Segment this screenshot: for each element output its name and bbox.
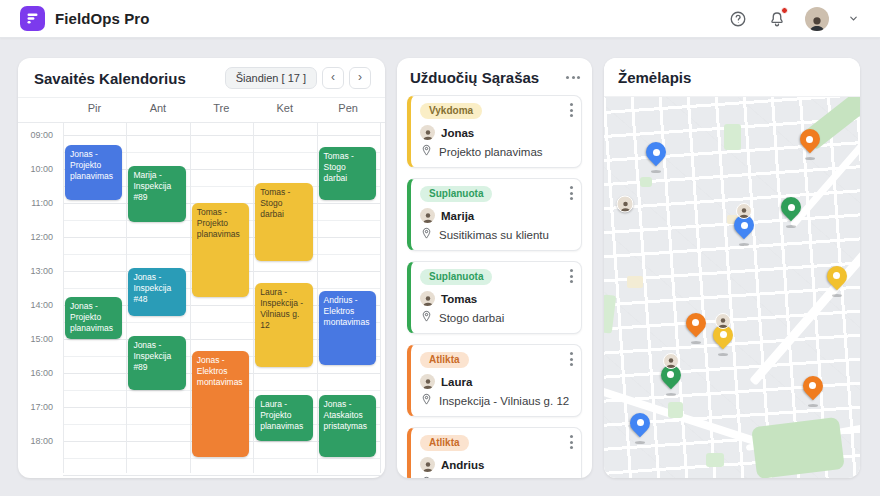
grid-line (253, 123, 254, 473)
status-badge: Suplanuota (420, 269, 492, 285)
time-label: 09:00 (18, 130, 63, 140)
park-area (751, 417, 845, 478)
map-pin-green[interactable] (660, 365, 682, 395)
time-label: 15:00 (18, 334, 63, 344)
map-pin-yellow[interactable] (826, 266, 848, 296)
task-location-row: Elektros montavimas (420, 476, 573, 478)
kebab-menu-icon[interactable] (570, 352, 573, 366)
user-avatar[interactable] (805, 7, 829, 31)
task-assignee-row: Tomas (420, 291, 573, 306)
task-assignee: Jonas (441, 127, 474, 139)
map-pin-green[interactable] (780, 197, 802, 227)
map-panel: Žemėlapis (604, 58, 860, 478)
calendar-event[interactable]: Marija - Inspekcija #89 (128, 166, 185, 223)
map-pin-blue[interactable] (733, 215, 755, 245)
today-button[interactable]: Šiandien [ 17 ] (225, 67, 317, 89)
task-location: Elektros montavimas (439, 478, 546, 479)
day-header-ant: Ant (126, 102, 189, 114)
time-label: 18:00 (18, 436, 63, 446)
task-card[interactable]: SuplanuotaMarijaSusitikimas su klientu (407, 178, 582, 251)
grid-line (63, 135, 380, 136)
task-location: Susitikimas su klientu (439, 229, 549, 241)
day-header-ket: Ket (253, 102, 316, 114)
task-location-row: Susitikimas su klientu (420, 227, 573, 242)
chevron-down-icon[interactable] (846, 8, 860, 30)
task-assignee: Andrius (441, 459, 484, 471)
calendar-event[interactable]: Tomas - Projekto planavimas (192, 203, 249, 297)
tasks-menu-icon[interactable] (566, 76, 580, 79)
task-card[interactable]: SuplanuotaTomasStogo darbai (407, 261, 582, 334)
calendar-event[interactable]: Jonas - Inspekcija #48 (128, 268, 185, 316)
time-label: 14:00 (18, 300, 63, 310)
sand-area (627, 276, 643, 288)
grid-line (63, 458, 380, 459)
map-pin-blue[interactable] (645, 142, 667, 172)
calendar-event[interactable]: Andrius - Elektros montavimas (319, 291, 376, 365)
pin-shadow (739, 243, 749, 246)
map-pin-orange[interactable] (802, 376, 824, 406)
tasks-title: Užduočių Sąrašas (410, 69, 539, 86)
pin-shadow (808, 404, 818, 407)
app-logo-icon (20, 6, 45, 31)
help-icon[interactable] (727, 8, 749, 30)
calendar-event[interactable]: Laura - Projekto planavimas (255, 395, 312, 441)
prev-week-button[interactable]: ‹ (322, 67, 344, 89)
pin-dot (788, 204, 795, 211)
pin-shadow (691, 341, 701, 344)
kebab-menu-icon[interactable] (570, 103, 573, 117)
kebab-menu-icon[interactable] (570, 435, 573, 449)
pin-shadow (805, 157, 815, 160)
map-pin-orange[interactable] (799, 129, 821, 159)
pin-shadow (651, 170, 661, 173)
grid-line (190, 123, 191, 473)
task-card[interactable]: VykdomaJonasProjekto planavimas (407, 95, 582, 168)
task-card-header: Atlikta (420, 352, 573, 368)
time-label: 10:00 (18, 164, 63, 174)
notification-dot (781, 7, 788, 14)
avatar (420, 374, 435, 389)
calendar-event[interactable]: Jonas - Projekto planavimas (65, 145, 122, 200)
task-location: Stogo darbai (439, 312, 504, 324)
task-card[interactable]: AtliktaAndriusElektros montavimas (407, 427, 582, 478)
time-label: 16:00 (18, 368, 63, 378)
task-location: Projekto planavimas (439, 146, 543, 158)
map-pin-blue[interactable] (629, 413, 651, 443)
task-card-header: Suplanuota (420, 186, 573, 202)
brand: FieldOps Pro (20, 6, 150, 31)
park-area (640, 177, 652, 187)
time-label: 11:00 (18, 198, 63, 208)
park-area (668, 402, 683, 418)
app-title: FieldOps Pro (55, 10, 150, 27)
map-canvas[interactable] (604, 97, 860, 478)
grid-line (63, 475, 380, 476)
kebab-menu-icon[interactable] (570, 186, 573, 200)
pin-dot (833, 272, 840, 279)
calendar-event[interactable]: Tomas - Stogo darbai (319, 147, 376, 200)
next-week-button[interactable]: › (349, 67, 371, 89)
calendar-event[interactable]: Jonas - Ataskaitos pristatymas (319, 395, 376, 457)
calendar-day-header: PirAntTreKetPen (18, 98, 385, 122)
map-title: Žemėlapis (618, 69, 846, 86)
map-pin-yellow[interactable] (712, 325, 734, 355)
avatar (420, 208, 435, 223)
grid-line (63, 123, 64, 473)
calendar-event[interactable]: Jonas - Projekto planavimas (65, 297, 122, 340)
calendar-event[interactable]: Laura - Inspekcija - Vilniaus g. 12 (255, 283, 312, 367)
pin-shadow (718, 353, 728, 356)
task-assignee: Tomas (441, 293, 477, 305)
pin-dot (653, 149, 660, 156)
kebab-menu-icon[interactable] (570, 269, 573, 283)
time-label: 12:00 (18, 232, 63, 242)
map-pin-orange[interactable] (685, 313, 707, 343)
task-card[interactable]: AtliktaLauraInspekcija - Vilniaus g. 12 (407, 344, 582, 417)
status-badge: Atlikta (420, 352, 469, 368)
calendar-event[interactable]: Jonas - Elektros montavimas (192, 351, 249, 457)
calendar-event[interactable]: Tomas - Stogo darbai (255, 183, 312, 262)
location-pin-icon (420, 310, 433, 325)
pin-shadow (635, 441, 645, 444)
bell-icon[interactable] (766, 8, 788, 30)
location-pin-icon (420, 227, 433, 242)
worker-avatar[interactable] (617, 196, 634, 213)
location-pin-icon (420, 393, 433, 408)
calendar-event[interactable]: Jonas - Inspekcija #89 (128, 336, 185, 391)
